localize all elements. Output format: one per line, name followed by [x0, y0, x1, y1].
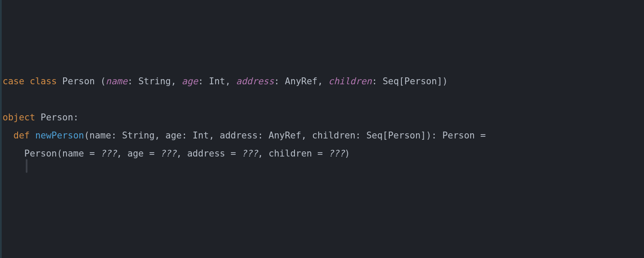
keyword-def: def — [13, 130, 30, 141]
type-seq-person: Seq[Person] — [383, 76, 442, 86]
inline-hint-bar — [26, 159, 27, 173]
param-age: age — [182, 76, 198, 86]
keyword-case: case — [3, 76, 24, 86]
type-int: Int — [209, 76, 225, 86]
code-line — [3, 0, 644, 18]
object-name: Person — [41, 112, 73, 123]
code-line: object Person: — [3, 108, 644, 126]
type-string: String — [138, 76, 171, 86]
code-line: case class Person (name: String, age: In… — [3, 72, 644, 90]
code-line — [3, 18, 644, 36]
param-children: children — [328, 76, 372, 86]
placeholder-expr: ??? — [241, 148, 258, 159]
type-anyref: AnyRef — [285, 76, 318, 86]
function-name: newPerson — [35, 130, 84, 141]
param-address: address — [236, 76, 274, 86]
left-gutter-highlight — [0, 0, 2, 258]
code-line — [3, 54, 644, 72]
code-line — [3, 36, 644, 54]
placeholder-expr: ??? — [160, 148, 176, 159]
keyword-object: object — [3, 112, 35, 123]
placeholder-expr: ??? — [328, 148, 345, 159]
code-editor[interactable]: case class Person (name: String, age: In… — [0, 0, 644, 163]
keyword-class: class — [30, 76, 57, 86]
param-name: name — [106, 76, 128, 86]
placeholder-expr: ??? — [100, 148, 117, 159]
class-name: Person — [62, 76, 95, 86]
function-signature: (name: String, age: Int, address: AnyRef… — [84, 130, 486, 141]
code-line: Person(name = ???, age = ???, address = … — [3, 144, 644, 163]
code-line — [3, 90, 644, 108]
code-line: def newPerson(name: String, age: Int, ad… — [3, 126, 644, 144]
